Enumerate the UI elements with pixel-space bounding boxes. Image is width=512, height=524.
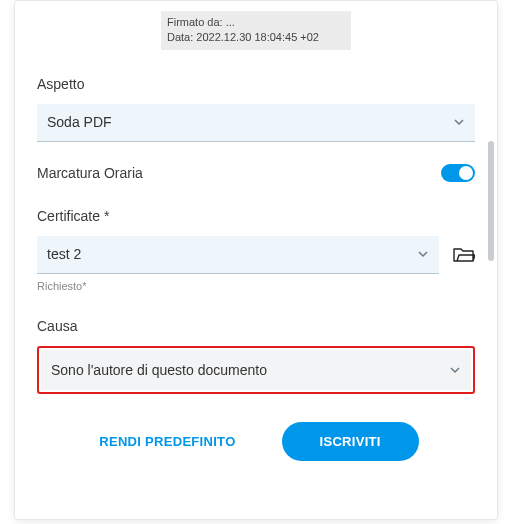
reason-highlight-box: Sono l'autore di questo documento	[37, 346, 475, 394]
certificate-select[interactable]: test 2	[37, 236, 439, 274]
scrollbar-thumb[interactable]	[488, 141, 494, 261]
appearance-select[interactable]: Soda PDF	[37, 104, 475, 142]
chevron-down-icon	[453, 116, 465, 128]
browse-folder-button[interactable]	[453, 244, 475, 266]
chevron-down-icon	[449, 364, 461, 376]
reason-label: Causa	[37, 318, 475, 334]
signature-date-line: Data: 2022.12.30 18:04:45 +02	[167, 30, 345, 45]
scrollbar[interactable]	[488, 81, 494, 301]
appearance-label: Aspetto	[37, 76, 475, 92]
reason-value: Sono l'autore di questo documento	[51, 362, 267, 378]
certificate-helper: Richiesto*	[37, 280, 475, 292]
signature-preview-box: Firmato da: ... Data: 2022.12.30 18:04:4…	[161, 11, 351, 50]
make-default-button[interactable]: RENDI PREDEFINITO	[93, 424, 241, 459]
signature-signer-line: Firmato da: ...	[167, 15, 345, 30]
certificate-label: Certificate *	[37, 208, 475, 224]
appearance-value: Soda PDF	[47, 114, 112, 130]
timestamp-label: Marcatura Oraria	[37, 165, 143, 181]
signature-settings-panel: Firmato da: ... Data: 2022.12.30 18:04:4…	[14, 0, 498, 520]
chevron-down-icon	[417, 248, 429, 260]
submit-button[interactable]: ISCRIVITI	[282, 422, 419, 461]
reason-select[interactable]: Sono l'autore di questo documento	[41, 350, 471, 390]
certificate-value: test 2	[47, 246, 81, 262]
timestamp-toggle[interactable]	[441, 164, 475, 182]
